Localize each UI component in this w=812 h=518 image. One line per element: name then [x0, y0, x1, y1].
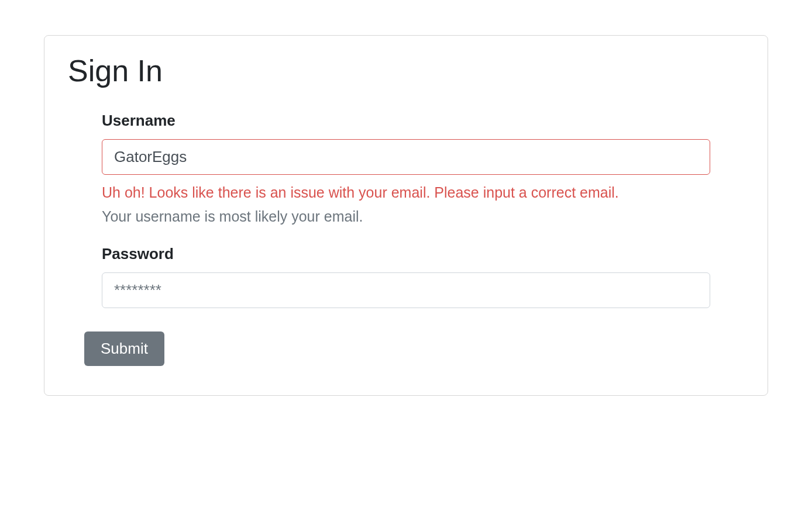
username-hint: Your username is most likely your email. — [102, 208, 710, 225]
username-error: Uh oh! Looks like there is an issue with… — [102, 184, 710, 201]
username-group: Username Uh oh! Looks like there is an i… — [102, 112, 710, 225]
signin-card: Sign In Username Uh oh! Looks like there… — [44, 35, 768, 396]
username-label: Username — [102, 112, 710, 130]
password-label: Password — [102, 245, 710, 263]
submit-button[interactable]: Submit — [84, 331, 164, 366]
password-group: Password — [102, 245, 710, 308]
page-title: Sign In — [68, 53, 744, 88]
signin-form: Username Uh oh! Looks like there is an i… — [68, 112, 744, 308]
username-input[interactable] — [102, 139, 710, 175]
password-input[interactable] — [102, 272, 710, 308]
